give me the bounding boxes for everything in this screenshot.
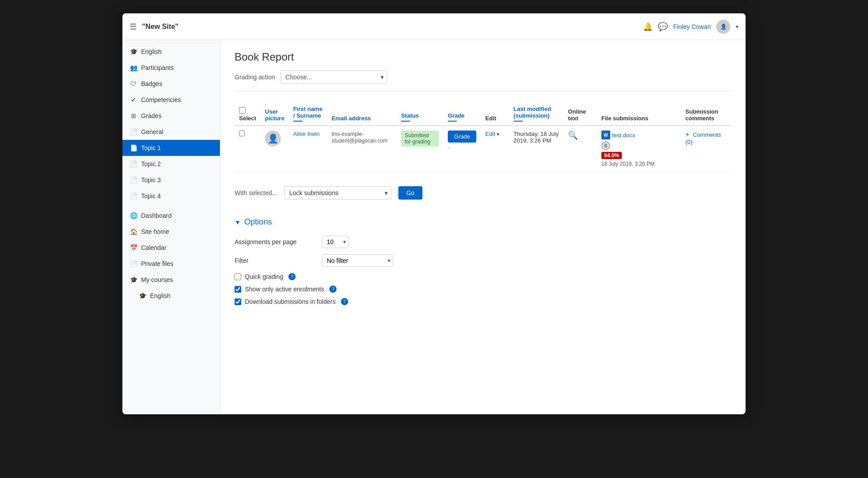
with-selected-select[interactable]: Lock submissions Unlock submissions Down…	[284, 186, 391, 200]
sidebar-item-label: Grades	[141, 112, 162, 119]
plagiarism-row: S	[601, 141, 677, 150]
th-edit: Edit	[481, 102, 509, 126]
sidebar-item-label: Dashboard	[141, 212, 172, 219]
row-checkbox[interactable]	[239, 131, 245, 136]
sidebar-item-dashboard[interactable]: 🌐 Dashboard	[122, 208, 220, 224]
filter-select[interactable]: No filter Submitted Requires grading Gra…	[322, 254, 393, 267]
quick-grading-label: Quick grading	[245, 273, 283, 280]
download-folders-row: Download submissions in folders ?	[235, 298, 731, 305]
th-email: Email address	[327, 102, 397, 126]
row-status-cell: Submitted for grading	[397, 126, 443, 172]
th-lastmodified[interactable]: Last modified (submission)	[509, 102, 564, 126]
th-onlinetext-label: Online text	[568, 108, 586, 122]
file-link[interactable]: test.docx	[612, 132, 635, 139]
th-lastmodified-label: Last modified (submission)	[514, 106, 552, 119]
assignments-per-page-select[interactable]: 10 20 50 100	[322, 236, 349, 248]
sidebar-item-badges[interactable]: 🛡 Badges	[122, 76, 220, 92]
grid-icon: ⊞	[130, 112, 138, 119]
select-all-checkbox[interactable]	[239, 107, 246, 114]
show-active-checkbox[interactable]	[235, 286, 241, 293]
row-select-cell	[235, 126, 260, 172]
quick-grading-row: Quick grading ?	[235, 273, 731, 280]
th-userpicture: User picture	[260, 102, 288, 126]
graduation-cap-icon: 🎓	[130, 48, 138, 55]
quick-grading-help-icon[interactable]: ?	[288, 273, 296, 280]
hamburger-menu-icon[interactable]: ☰	[130, 22, 137, 32]
sidebar-item-label: My courses	[141, 276, 173, 283]
with-selected-label: With selected...	[235, 189, 277, 196]
table-row: 👤 Alice Irwin lms-example-student@plagsc…	[235, 126, 731, 172]
th-status[interactable]: Status	[397, 102, 443, 126]
sidebar-item-label: Site home	[141, 228, 169, 235]
go-button[interactable]: Go	[398, 186, 423, 200]
folder-icon: 📄	[130, 128, 138, 135]
sidebar-item-calendar[interactable]: 📅 Calendar	[122, 240, 220, 256]
sidebar-item-topic1[interactable]: 📄 Topic 1	[122, 140, 220, 156]
th-grade[interactable]: Grade	[443, 102, 481, 126]
user-name-link[interactable]: Finley Cowan	[673, 23, 711, 30]
sidebar-item-general[interactable]: 📄 General	[122, 124, 220, 140]
sidebar-item-label: Calendar	[141, 244, 166, 251]
main-layout: 🎓 English 👥 Participants 🛡 Badges ✔ Comp…	[122, 40, 746, 414]
comments-link[interactable]: Comments (0)	[685, 131, 721, 145]
avatar-image: 👤	[720, 24, 727, 30]
file-icon: 📄	[130, 260, 138, 267]
grading-action-label: Grading action	[235, 74, 275, 81]
show-active-row: Show only active enrolments ?	[235, 286, 731, 293]
messages-chat-icon[interactable]: 💬	[658, 22, 668, 32]
sidebar: 🎓 English 👥 Participants 🛡 Badges ✔ Comp…	[122, 40, 220, 414]
sidebar-item-grades[interactable]: ⊞ Grades	[122, 108, 220, 124]
sidebar-item-topic2[interactable]: 📄 Topic 2	[122, 156, 220, 172]
sort-underline-grade	[448, 121, 457, 122]
word-doc-icon: W	[601, 131, 610, 139]
english-sub-icon: 🎓	[138, 292, 146, 299]
th-firstname-label: First name / Surname	[293, 106, 323, 119]
sidebar-item-mycourses[interactable]: 🎓 My courses	[122, 272, 220, 288]
add-comment-icon[interactable]: +	[685, 131, 690, 138]
show-active-label: Show only active enrolments	[245, 286, 324, 293]
th-filesubmissions-label: File submissions	[601, 115, 648, 122]
row-name-cell: Alice Irwin	[289, 126, 327, 172]
grading-action-select[interactable]: Choose... Grade Lock submissions Unlock …	[280, 70, 387, 84]
show-active-help-icon[interactable]: ?	[329, 286, 337, 293]
sort-underline-modified	[514, 121, 523, 122]
notifications-bell-icon[interactable]: 🔔	[643, 22, 653, 32]
sidebar-item-participants[interactable]: 👥 Participants	[122, 60, 220, 76]
grade-button[interactable]: Grade	[448, 131, 476, 143]
th-select: Select	[235, 102, 260, 126]
th-firstname[interactable]: First name / Surname	[289, 102, 327, 126]
assignments-per-page-row: Assignments per page 10 20 50 100	[235, 236, 731, 248]
th-email-label: Email address	[332, 115, 371, 122]
grading-action-select-wrapper: Choose... Grade Lock submissions Unlock …	[280, 70, 387, 84]
assignments-per-page-select-wrapper: 10 20 50 100	[322, 236, 349, 248]
sidebar-item-competencies[interactable]: ✔ Competencies	[122, 92, 220, 108]
download-folders-help-icon[interactable]: ?	[341, 298, 348, 305]
row-filesubmissions-cell: W test.docx S 94.0% 18 July 2019, 3:26 P…	[597, 126, 681, 172]
avatar[interactable]: 👤	[716, 20, 730, 34]
download-folders-checkbox[interactable]	[235, 298, 241, 305]
options-header[interactable]: ▼ Options	[235, 217, 731, 227]
online-text-search-icon[interactable]: 🔍	[568, 131, 578, 140]
student-avatar-icon: 👤	[268, 133, 279, 144]
options-title: Options	[244, 217, 272, 227]
edit-link[interactable]: Edit	[485, 131, 495, 137]
sidebar-item-privatefiles[interactable]: 📄 Private files	[122, 256, 220, 272]
quick-grading-checkbox[interactable]	[235, 274, 241, 280]
plagiarism-s-icon[interactable]: S	[601, 141, 610, 150]
folder-icon-topic1: 📄	[130, 144, 138, 151]
row-onlinetext-cell: 🔍	[564, 126, 597, 172]
sidebar-item-topic3[interactable]: 📄 Topic 3	[122, 172, 220, 188]
sidebar-item-label: Topic 4	[141, 192, 161, 200]
student-name-link[interactable]: Alice Irwin	[293, 131, 320, 137]
sidebar-item-label: English	[150, 292, 170, 299]
edit-dropdown-icon[interactable]: ▾	[497, 131, 499, 137]
badge-shield-icon: 🛡	[130, 80, 138, 87]
sidebar-item-topic4[interactable]: 📄 Topic 4	[122, 188, 220, 204]
sidebar-item-sitehome[interactable]: 🏠 Site home	[122, 224, 220, 240]
sidebar-item-english[interactable]: 🎓 English	[122, 44, 220, 60]
download-folders-label: Download submissions in folders	[245, 298, 336, 305]
sidebar-item-english-sub[interactable]: 🎓 English	[122, 288, 220, 304]
user-menu-dropdown-icon[interactable]: ▾	[736, 24, 738, 30]
th-onlinetext: Online text	[564, 102, 597, 126]
grade-value: -	[448, 144, 476, 151]
